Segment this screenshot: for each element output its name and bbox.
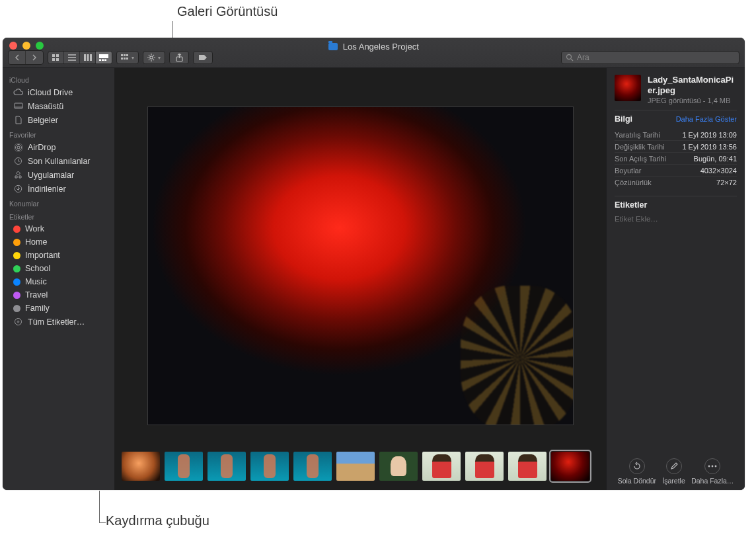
- info-key: Yaratılış Tarihi: [615, 131, 660, 139]
- svg-rect-20: [15, 103, 22, 108]
- tag-dot-icon: [13, 292, 20, 299]
- desktop-icon: [13, 101, 23, 111]
- info-row: Son Açılış TarihiBugün, 09:41: [615, 153, 737, 165]
- preview-image[interactable]: [147, 106, 574, 425]
- sidebar-tag-music[interactable]: Music: [3, 275, 114, 288]
- clock-icon: [13, 156, 23, 166]
- markup-action[interactable]: İşaretle: [662, 458, 685, 485]
- gallery-area: [115, 68, 606, 490]
- info-row: Çözünürlük72×72: [615, 177, 737, 188]
- tags-button[interactable]: [193, 51, 213, 64]
- info-key: Değişiklik Tarihi: [615, 143, 665, 151]
- svg-rect-10: [104, 60, 106, 62]
- thumbnail-strip[interactable]: [115, 449, 606, 490]
- sidebar-item-applications[interactable]: Uygulamalar: [3, 168, 114, 182]
- tag-dot-icon: [13, 226, 20, 233]
- info-key: Son Açılış Tarihi: [615, 155, 666, 163]
- svg-point-21: [17, 146, 20, 149]
- sidebar: iCloud iCloud Drive Masaüstü Belgeler Fa…: [3, 68, 115, 490]
- window-body: iCloud iCloud Drive Masaüstü Belgeler Fa…: [3, 68, 745, 490]
- action-menu-button[interactable]: ▾: [143, 51, 165, 64]
- sidebar-item-desktop[interactable]: Masaüstü: [3, 99, 114, 113]
- view-gallery-button[interactable]: [96, 52, 112, 63]
- sidebar-item-label: Masaüstü: [28, 102, 63, 111]
- sidebar-item-recents[interactable]: Son Kullanılanlar: [3, 154, 114, 168]
- sidebar-tag-important[interactable]: Important: [3, 249, 114, 262]
- svg-point-19: [567, 55, 572, 60]
- sidebar-item-airdrop[interactable]: AirDrop: [3, 140, 114, 154]
- chevron-left-icon: [15, 54, 20, 61]
- info-value: 1 Eyl 2019 13:09: [682, 131, 737, 139]
- svg-rect-1: [56, 54, 59, 57]
- applications-icon: [13, 170, 23, 180]
- view-icon-button[interactable]: [48, 52, 64, 63]
- more-action[interactable]: Daha Fazla…: [691, 458, 734, 485]
- sidebar-item-label: Uygulamalar: [28, 171, 74, 180]
- back-button[interactable]: [9, 51, 26, 64]
- sidebar-item-downloads[interactable]: İndirilenler: [3, 182, 114, 196]
- thumbnail[interactable]: [465, 452, 504, 481]
- toolbar-spacer: [289, 58, 557, 58]
- sidebar-tag-home[interactable]: Home: [3, 235, 114, 249]
- rotate-left-action[interactable]: Sola Döndür: [618, 458, 656, 485]
- search-input[interactable]: [577, 53, 735, 62]
- share-button[interactable]: [169, 51, 189, 64]
- svg-point-27: [17, 321, 20, 323]
- add-tag-field[interactable]: Etiket Ekle…: [615, 215, 737, 223]
- thumbnail[interactable]: [122, 452, 160, 481]
- document-icon: [13, 115, 23, 125]
- thumbnail[interactable]: [165, 452, 203, 481]
- info-key: Çözünürlük: [615, 179, 652, 186]
- quick-actions: Sola Döndür İşaretle Daha Fazla…: [615, 452, 737, 485]
- svg-rect-13: [126, 54, 128, 56]
- search-field[interactable]: [561, 51, 739, 64]
- view-switcher: [48, 51, 112, 64]
- sidebar-item-label: iCloud Drive: [28, 88, 73, 97]
- sidebar-tag-school[interactable]: School: [3, 262, 114, 275]
- svg-rect-0: [52, 54, 55, 57]
- file-subtitle: JPEG görüntüsü - 1,4 MB: [648, 97, 737, 104]
- sidebar-item-label: Travel: [25, 290, 48, 300]
- view-list-button[interactable]: [64, 52, 80, 63]
- thumbnail[interactable]: [422, 452, 461, 481]
- info-value: 72×72: [716, 179, 737, 186]
- info-value: 1 Eyl 2019 13:56: [682, 143, 737, 151]
- svg-rect-11: [121, 54, 123, 56]
- info-panel: Lady_SantaMonicaPier.jpeg JPEG görüntüsü…: [606, 68, 745, 490]
- folder-icon: [328, 43, 338, 50]
- thumbnail[interactable]: [508, 452, 547, 481]
- sidebar-tag-family[interactable]: Family: [3, 302, 114, 315]
- chevron-down-icon: ▾: [158, 55, 161, 61]
- svg-rect-14: [121, 58, 123, 60]
- sidebar-item-label: Tüm Etiketler…: [28, 317, 85, 327]
- sidebar-tag-all[interactable]: Tüm Etiketler…: [3, 315, 114, 329]
- thumbnail[interactable]: [208, 452, 246, 481]
- columns-icon: [84, 54, 92, 61]
- info-row: Boyutlar4032×3024: [615, 165, 737, 177]
- thumbnail[interactable]: [250, 452, 289, 481]
- callout-bottom-line2: [99, 522, 106, 523]
- group-by-button[interactable]: ▾: [116, 51, 139, 64]
- thumbnail[interactable]: [293, 452, 332, 481]
- svg-point-22: [15, 144, 21, 150]
- thumbnail-selected[interactable]: [551, 452, 589, 481]
- sidebar-item-label: School: [25, 264, 50, 273]
- view-column-button[interactable]: [80, 52, 96, 63]
- download-icon: [13, 184, 23, 194]
- sidebar-item-icloud-drive[interactable]: iCloud Drive: [3, 85, 114, 99]
- toolbar: ▾ ▾: [8, 50, 739, 65]
- info-value: Bugün, 09:41: [694, 155, 737, 163]
- sidebar-item-label: Work: [25, 224, 44, 233]
- thumbnail[interactable]: [336, 452, 375, 481]
- callout-bottom: Kaydırma çubuğu: [106, 513, 209, 528]
- sidebar-item-documents[interactable]: Belgeler: [3, 113, 114, 127]
- forward-button[interactable]: [26, 51, 43, 64]
- info-rows: Yaratılış Tarihi1 Eyl 2019 13:09 Değişik…: [615, 129, 737, 188]
- show-more-link[interactable]: Daha Fazla Göster: [676, 115, 737, 123]
- sidebar-tag-travel[interactable]: Travel: [3, 288, 114, 302]
- thumbnail[interactable]: [379, 452, 418, 481]
- markup-icon: [666, 458, 682, 474]
- tag-dot-icon: [13, 265, 20, 272]
- svg-rect-5: [87, 54, 89, 61]
- sidebar-tag-work[interactable]: Work: [3, 222, 114, 235]
